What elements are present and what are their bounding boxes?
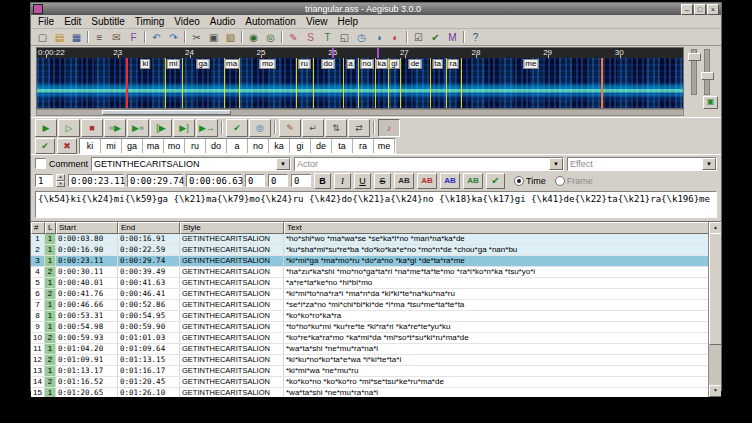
open-subtitles-button[interactable]: ▤ [51,30,68,45]
primary-color-button[interactable]: AB [394,173,414,189]
table-row[interactable]: 110:00:03.800:00:16.91GETINTHECARITSALIO… [31,234,709,245]
link-sliders-button[interactable]: ⇄ [348,119,370,137]
karaoke-syllable[interactable]: ru [185,139,206,153]
grid-header-start[interactable]: Start [56,222,118,234]
select-lines-button[interactable]: ☑ [410,30,427,45]
karaoke-syllable-label[interactable]: ga [197,59,210,69]
audio-spectrogram[interactable]: 0:00:222324252627282930 kimigamamorudoan… [36,47,684,109]
table-row[interactable]: 1310:01:13.170:01:16.17GETINTHECARITSALI… [31,366,709,377]
comment-checkbox[interactable] [35,158,46,169]
syllable-boundary[interactable] [313,58,314,108]
outline-color-button[interactable]: AB [440,173,460,189]
margin-left-input[interactable]: 0 [245,174,265,187]
margin-right-input[interactable]: 0 [268,174,288,187]
vertical-zoom-slider[interactable] [691,49,697,95]
paste-button[interactable]: ▧ [222,30,239,45]
help-button[interactable]: ? [467,30,484,45]
style-dropdown[interactable]: GETINTHECARITSALION ▼ [91,157,291,171]
syllable-boundary[interactable] [446,58,447,108]
auto-commit-button[interactable]: ✎ [279,119,301,137]
stop-button[interactable]: ■ [81,119,103,137]
chevron-down-icon[interactable]: ▼ [549,158,563,170]
table-row[interactable]: 810:00:53.310:00:54.95GETINTHECARITSALIO… [31,311,709,322]
karaoke-syllable[interactable]: mi [101,139,122,153]
actor-dropdown[interactable]: Actor ▼ [294,157,564,171]
shadow-color-button[interactable]: AB [463,173,483,189]
styles-manager-button[interactable]: ✎ [285,30,302,45]
effect-dropdown[interactable]: Effect ▼ [567,157,717,171]
play-after-button[interactable]: ▶» [127,119,149,137]
table-row[interactable]: 1020:00:59.930:01:01.03GETINTHECARITSALI… [31,333,709,344]
properties-button[interactable]: ≡ [91,30,108,45]
auto-next-line-button[interactable]: ↵ [302,119,324,137]
link-zoom-volume-icon[interactable]: ▣ [703,96,718,109]
karaoke-syllable-label[interactable]: ru [299,59,310,69]
karaoke-syllable-label[interactable]: a [346,59,354,69]
secondary-color-button[interactable]: AB [417,173,437,189]
commit-button[interactable]: ✔ [486,173,505,189]
selection-start-marker[interactable] [126,58,128,108]
duration-input[interactable]: 0:00:06.63 [186,174,242,187]
play-last-500ms-button[interactable]: ▶] [173,119,195,137]
karaoke-syllable-label[interactable]: mi [167,59,179,69]
karaoke-syllable[interactable]: me [374,139,395,153]
grid-header-num[interactable]: # [31,222,45,234]
grid-header-text[interactable]: Text [284,222,721,234]
find-button[interactable]: ◉ [245,30,262,45]
accept-split-button[interactable]: ✔ [35,138,55,154]
new-subtitles-button[interactable]: ▢ [34,30,51,45]
cut-button[interactable]: ✂ [188,30,205,45]
styling-assistant-button[interactable]: S [302,30,319,45]
auto-scroll-button[interactable]: ⇅ [325,119,347,137]
start-time-input[interactable]: 0:00:23.11 [68,174,124,187]
go-to-selection-button[interactable]: ◎ [249,119,271,137]
chevron-down-icon[interactable]: ▼ [702,158,716,170]
fonts-collector-button[interactable]: F [125,30,142,45]
undo-button[interactable]: ↶ [148,30,165,45]
grid-header-end[interactable]: End [118,222,180,234]
table-row[interactable]: 510:00:40.010:00:41.63GETINTHECARITSALIO… [31,278,709,289]
menu-automation[interactable]: Automation [240,15,301,28]
syllable-boundary[interactable] [358,58,359,108]
play-line-button[interactable]: ▷ [58,119,80,137]
syllable-boundary[interactable] [461,58,462,108]
automation-manager-button[interactable]: M [444,30,461,45]
audio-scroll-handle[interactable] [102,110,231,115]
karaoke-syllable-label[interactable]: ma [224,59,239,69]
karaoke-syllable-label[interactable]: no [360,59,373,69]
minimize-button[interactable]: – [681,4,693,15]
scroll-down-icon[interactable]: ▼ [709,385,721,397]
karaoke-syllable[interactable]: ga [122,139,143,153]
layer-input[interactable]: 1 [35,174,53,187]
menu-audio[interactable]: Audio [205,15,241,28]
play-to-end-button[interactable]: ▶→ [196,119,218,137]
menu-timing[interactable]: Timing [130,15,170,28]
commit-button[interactable]: ✔ [226,119,248,137]
table-row[interactable]: 1510:01:20.650:01:26.10GETINTHECARITSALI… [31,388,709,397]
title-bar[interactable]: triangular.ass - Aegisub 3.0.0 – □ × [31,3,721,15]
menu-edit[interactable]: Edit [59,15,86,28]
menu-file[interactable]: File [33,15,59,28]
timing-postprocessor-button[interactable]: ◑ [370,30,387,45]
audio-timeline[interactable]: 0:00:222324252627282930 [37,48,683,58]
karaoke-syllable-label[interactable]: de [409,59,422,69]
table-row[interactable]: 1220:01:09.910:01:13.15GETINTHECARITSALI… [31,355,709,366]
karaoke-syllable-label[interactable]: ki [140,59,150,69]
spectrogram[interactable]: kimigamamorudoanokagidetarame [37,58,683,108]
shift-times-button[interactable]: ◷ [353,30,370,45]
time-radio[interactable]: Time [514,176,546,186]
selection-end-marker[interactable] [601,58,603,108]
karaoke-syllable[interactable]: ta [332,139,353,153]
play-before-button[interactable]: «▶ [104,119,126,137]
grid-header-l[interactable]: L [45,222,56,234]
bold-button[interactable]: B [314,173,331,189]
karaoke-syllable[interactable]: gi [290,139,311,153]
table-row[interactable]: 1420:01:16.520:01:20.45GETINTHECARITSALI… [31,377,709,388]
karaoke-syllable[interactable]: mo [164,139,185,153]
grid-vertical-scrollbar[interactable]: ▲ ▼ [708,222,721,397]
play-first-500ms-button[interactable]: [▶ [150,119,172,137]
menu-view[interactable]: View [301,15,333,28]
menu-video[interactable]: Video [169,15,204,28]
karaoke-syllable[interactable]: no [248,139,269,153]
zoom-slider-handle[interactable] [688,53,701,61]
